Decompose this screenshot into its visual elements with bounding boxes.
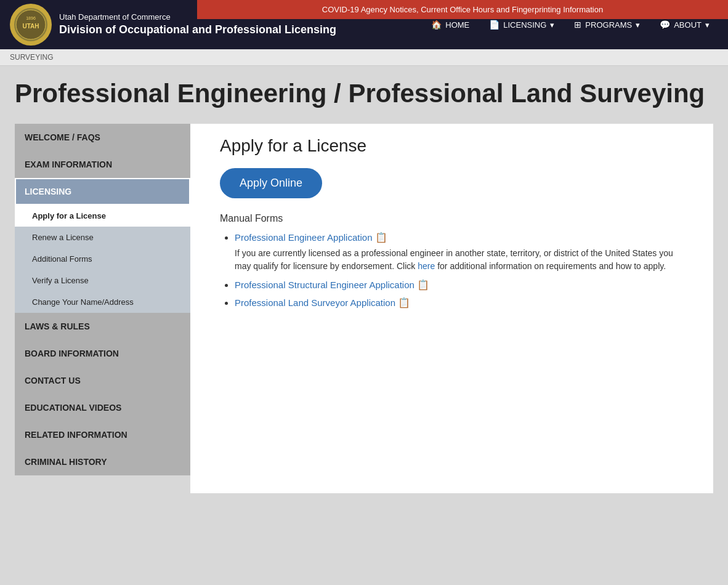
sidebar-subitem-name-label: Change Your Name/Address	[32, 297, 134, 307]
covid-banner[interactable]: COVID-19 Agency Notices, Current Office …	[197, 0, 728, 19]
sidebar-subitem-renew[interactable]: Renew a License	[15, 227, 190, 248]
sidebar-item-exam-label: EXAM INFORMATION	[25, 159, 112, 169]
list-item: Professional Structural Engineer Applica…	[235, 279, 684, 291]
home-icon: 🏠	[431, 20, 442, 30]
page-content: Professional Engineering / Professional …	[0, 66, 728, 506]
sidebar-item-licensing-label: LICENSING	[25, 187, 71, 196]
pdf-icon-3: 📋	[398, 297, 410, 308]
main-content: Apply for a License Apply Online Manual …	[190, 124, 713, 493]
sidebar-item-board-label: BOARD INFORMATION	[25, 349, 119, 358]
professional-engineer-link[interactable]: Professional Engineer Application 📋	[235, 232, 387, 243]
sidebar: WELCOME / FAQs EXAM INFORMATION LICENSIN…	[15, 124, 190, 475]
breadcrumb-text: SURVEYING	[10, 53, 53, 62]
sidebar-subitem-verify[interactable]: Verify a License	[15, 270, 190, 291]
about-icon: 💬	[660, 20, 670, 30]
sidebar-item-laws[interactable]: LAWS & RULES	[15, 313, 190, 340]
sidebar-subitem-apply-label: Apply for a License	[32, 211, 106, 220]
nav-about-label: ABOUT	[674, 20, 702, 30]
nav-programs-label: PROGRAMS	[585, 20, 632, 30]
endorsement-text: If you are currently licensed as a profe…	[235, 247, 684, 273]
sidebar-item-videos-label: EDUCATIONAL VIDEOS	[25, 403, 121, 413]
sidebar-item-videos[interactable]: EDUCATIONAL VIDEOS	[15, 394, 190, 421]
programs-icon: ⊞	[574, 20, 581, 30]
pdf-icon-2: 📋	[417, 280, 429, 290]
forms-list: Professional Engineer Application 📋 If y…	[220, 232, 684, 309]
endorsement-here-link[interactable]: here	[418, 261, 437, 271]
list-item: Professional Land Surveyor Application 📋	[235, 297, 684, 309]
apply-online-label: Apply Online	[240, 177, 302, 189]
professional-structural-label: Professional Structural Engineer Applica…	[235, 280, 415, 290]
banner-text: COVID-19 Agency Notices, Current Office …	[322, 5, 603, 14]
sidebar-item-criminal-label: CRIMINAL HISTORY	[25, 457, 107, 467]
sidebar-item-criminal[interactable]: CRIMINAL HISTORY	[15, 448, 190, 475]
sidebar-item-licensing[interactable]: LICENSING	[15, 178, 190, 205]
sidebar-item-contact[interactable]: CONTACT US	[15, 367, 190, 394]
sidebar-subitem-forms-label: Additional Forms	[32, 254, 92, 264]
pdf-icon-1: 📋	[375, 232, 387, 243]
nav-home-label: HOME	[445, 20, 469, 30]
chevron-down-icon: ▾	[550, 20, 554, 30]
sidebar-item-related-label: RELATED INFORMATION	[25, 430, 127, 440]
division-name: Division of Occupational and Professiona…	[59, 23, 336, 37]
sidebar-subitem-forms[interactable]: Additional Forms	[15, 248, 190, 270]
layout: WELCOME / FAQs EXAM INFORMATION LICENSIN…	[15, 124, 713, 493]
sidebar-subitem-name-change[interactable]: Change Your Name/Address	[15, 291, 190, 313]
chevron-down-icon-2: ▾	[636, 20, 640, 30]
header: COVID-19 Agency Notices, Current Office …	[0, 0, 728, 49]
page-title: Professional Engineering / Professional …	[15, 78, 713, 109]
svg-text:1896: 1896	[26, 16, 36, 20]
sidebar-item-exam[interactable]: EXAM INFORMATION	[15, 151, 190, 178]
apply-online-button[interactable]: Apply Online	[220, 168, 322, 198]
site-logo: UTAH 1896	[10, 4, 52, 46]
professional-structural-link[interactable]: Professional Structural Engineer Applica…	[235, 280, 429, 290]
sidebar-item-board[interactable]: BOARD INFORMATION	[15, 340, 190, 367]
list-item: Professional Engineer Application 📋 If y…	[235, 232, 684, 273]
sidebar-item-welcome[interactable]: WELCOME / FAQs	[15, 124, 190, 151]
sidebar-item-welcome-label: WELCOME / FAQs	[25, 132, 100, 142]
breadcrumb: SURVEYING	[0, 49, 728, 66]
sidebar-item-related[interactable]: RELATED INFORMATION	[15, 421, 190, 448]
section-title: Apply for a License	[220, 136, 684, 156]
professional-land-surveyor-label: Professional Land Surveyor Application	[235, 297, 395, 308]
sidebar-item-laws-label: LAWS & RULES	[25, 321, 90, 331]
sidebar-subitem-apply-license[interactable]: Apply for a License	[15, 205, 190, 227]
sidebar-subitem-verify-label: Verify a License	[32, 276, 89, 285]
chevron-down-icon-3: ▾	[705, 20, 710, 30]
sidebar-item-contact-label: CONTACT US	[25, 376, 81, 385]
nav-licensing-label: LICENSING	[503, 20, 546, 30]
sidebar-subitem-renew-label: Renew a License	[32, 233, 94, 242]
svg-text:UTAH: UTAH	[22, 23, 39, 30]
professional-land-surveyor-link[interactable]: Professional Land Surveyor Application 📋	[235, 297, 410, 308]
licensing-icon: 📄	[489, 20, 499, 30]
manual-forms-title: Manual Forms	[220, 213, 684, 224]
professional-engineer-label: Professional Engineer Application	[235, 232, 372, 243]
